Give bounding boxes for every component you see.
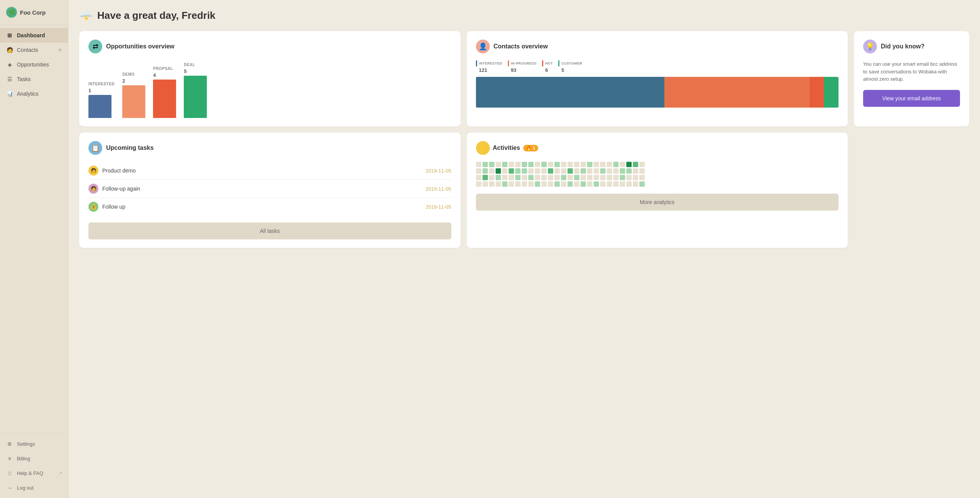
contacts-card-header: 👤 Contacts overview [476,40,839,53]
chart-icon: 📊 [6,90,13,97]
sidebar-label-settings: Settings [17,441,35,447]
task-item[interactable]: 🧑 Product demo 2019-11-05 [88,162,451,180]
activities-icon: ⚡ [476,141,490,155]
logout-icon: → [6,484,13,491]
opportunities-chart: INTERESTED 1 DEMO 2 PROPSAL 4 DEAL 5 [88,60,451,118]
tasks-card-header: 📋 Upcoming tasks [88,141,451,155]
task-avatar: 💰 [88,202,98,212]
opportunities-card-header: ⇄ Opportunities overview [88,40,451,53]
sidebar-item-dashboard[interactable]: ⊞ Dashboard [0,28,68,43]
sidebar-item-opportunities[interactable]: ◈ Opportunities [0,57,68,72]
sidebar-bottom: ⚙ Settings ≡ Billing □ Help & FAQ ↗ → Lo… [0,433,68,498]
sidebar-item-logout[interactable]: → Log out [0,480,68,495]
opportunities-card: ⇄ Opportunities overview INTERESTED 1 DE… [79,31,461,126]
view-email-button[interactable]: View your email address [863,90,960,107]
sidebar: 🌿 Foo Corp ⊞ Dashboard 🧑 Contacts + ◈ Op… [0,0,68,498]
contacts-title: Contacts overview [494,43,548,50]
app-logo[interactable]: 🌿 Foo Corp [0,0,68,25]
task-name: Follow-up again [102,186,422,192]
grid-icon: ⊞ [6,32,13,39]
logo-icon: 🌿 [6,7,17,18]
dyk-header: 💡 Did you know? [863,40,960,53]
main-nav: ⊞ Dashboard 🧑 Contacts + ◈ Opportunities… [0,25,68,433]
opportunities-title: Opportunities overview [106,43,175,50]
dashboard-grid: ⇄ Opportunities overview INTERESTED 1 DE… [79,31,969,248]
task-item[interactable]: 💰 Follow up 2019-11-05 [88,198,451,216]
task-avatar: 🧑 [88,184,98,194]
did-you-know-card: 💡 Did you know? You can use your smart e… [854,31,969,126]
sidebar-label-billing: Billing [17,456,30,461]
activities-title: Activities [493,144,520,151]
billing-icon: ≡ [6,455,13,462]
task-name: Product demo [102,168,422,174]
activities-card: ⚡ Activities 🔥 1 More analytics [467,133,848,248]
sidebar-item-analytics[interactable]: 📊 Analytics [0,86,68,101]
sidebar-label-tasks: Tasks [17,76,31,82]
task-name: Follow up [102,204,422,210]
gear-icon: ⚙ [6,440,13,447]
sidebar-label-analytics: Analytics [17,91,38,97]
contacts-chart: INTERESTED 121 IN-PROGRESS 93 HOT 6 CUST… [476,60,839,108]
dyk-icon: 💡 [863,40,877,53]
contacts-icon: 👤 [476,40,490,53]
opportunities-icon: ⇄ [88,40,102,53]
task-avatar: 🧑 [88,166,98,176]
external-link-icon: ↗ [58,471,62,476]
help-icon: □ [6,470,13,476]
contacts-card: 👤 Contacts overview INTERESTED 121 IN-PR… [467,31,848,126]
sidebar-label-contacts: Contacts [17,47,38,53]
sidebar-item-contacts[interactable]: 🧑 Contacts + [0,43,68,57]
sidebar-label-help: Help & FAQ [17,470,43,476]
dyk-title: Did you know? [881,43,925,50]
person-icon: 🧑 [6,46,13,53]
page-title: Have a great day, Fredrik [97,10,215,22]
sidebar-item-help[interactable]: □ Help & FAQ ↗ [0,466,68,480]
main-content: 🌩️ Have a great day, Fredrik ⇄ Opportuni… [68,0,980,498]
add-contact-icon[interactable]: + [58,46,62,53]
page-header: 🌩️ Have a great day, Fredrik [79,9,969,22]
task-date: 2019-11-05 [426,204,451,210]
app-name: Foo Corp [20,9,46,16]
tasks-card: 📋 Upcoming tasks 🧑 Product demo 2019-11-… [79,133,461,248]
all-tasks-button[interactable]: All tasks [88,222,451,239]
task-date: 2019-11-05 [426,186,451,192]
tasks-title: Upcoming tasks [106,144,154,151]
tasks-icon: 📋 [88,141,102,155]
activities-card-header: ⚡ Activities 🔥 1 [476,141,839,155]
sidebar-item-settings[interactable]: ⚙ Settings [0,437,68,451]
task-date: 2019-11-05 [426,168,451,174]
task-item[interactable]: 🧑 Follow-up again 2019-11-05 [88,180,451,198]
activity-heatmap [476,162,839,187]
sidebar-label-opportunities: Opportunities [17,61,49,68]
sidebar-label-dashboard: Dashboard [17,32,45,38]
tasks-list: 🧑 Product demo 2019-11-05 🧑 Follow-up ag… [88,162,451,216]
layers-icon: ◈ [6,61,13,68]
sidebar-label-logout: Log out [17,485,33,491]
list-icon: ☰ [6,76,13,83]
activities-badge: 🔥 1 [523,145,538,151]
more-analytics-button[interactable]: More analytics [476,194,839,211]
dyk-text: You can use your smart email bcc address… [863,60,960,83]
weather-icon: 🌩️ [79,9,93,22]
sidebar-item-billing[interactable]: ≡ Billing [0,451,68,466]
sidebar-item-tasks[interactable]: ☰ Tasks [0,72,68,86]
